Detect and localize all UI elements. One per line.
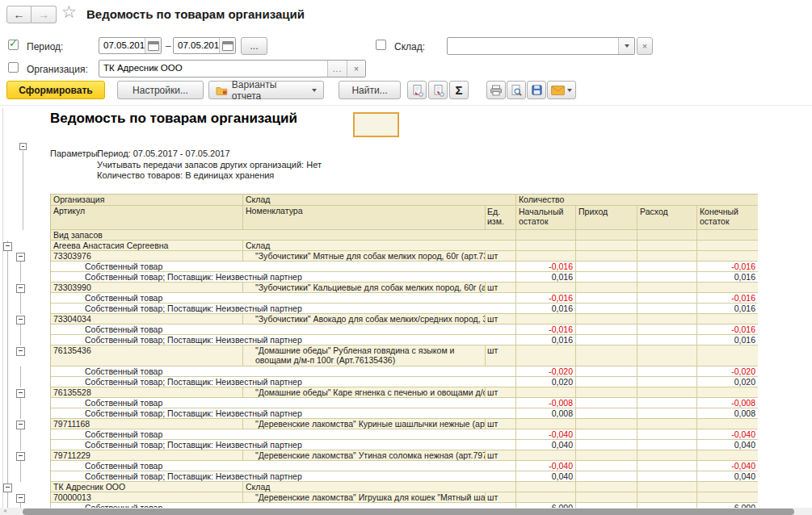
end-balance-cell: -0,016	[697, 262, 758, 272]
empty-qty-cell	[576, 241, 637, 251]
empty-qty-cell	[637, 251, 697, 262]
warehouse-checkbox[interactable]	[376, 40, 386, 50]
col-header-article: Артикул	[51, 206, 243, 230]
empty-qty-cell	[576, 314, 637, 324]
period-to-value[interactable]: 07.05.2017	[174, 38, 219, 53]
period-from-input[interactable]: 07.05.2017	[99, 37, 162, 54]
organization-value[interactable]: ТК Адресник ООО	[99, 61, 327, 77]
warehouse-dropdown-button[interactable]	[618, 38, 634, 54]
organization-input[interactable]: ТК Адресник ООО ... ×	[99, 60, 366, 77]
empty-qty-cell	[576, 283, 637, 293]
period-more-button[interactable]: ...	[241, 37, 267, 55]
warehouse-value[interactable]	[448, 38, 618, 54]
group-tree-margin	[0, 241, 50, 251]
income-cell	[576, 262, 637, 272]
row-cells: Собственный товар-0,040-0,040	[50, 429, 758, 440]
col-header-end-balance: Конечный остаток	[697, 206, 758, 230]
col-header-warehouse: Склад	[243, 194, 516, 206]
article-cell: 70000013	[51, 492, 243, 503]
calendar-picker-button[interactable]	[145, 38, 161, 53]
period-separator: –	[166, 40, 171, 52]
row-cells: ТК Адресник ОООСклад	[50, 482, 758, 492]
end-balance-cell: -0,016	[697, 293, 758, 304]
article-cell: 79711229	[51, 450, 243, 461]
group-tree-margin	[0, 251, 50, 262]
back-button[interactable]: ←	[6, 6, 32, 23]
group-tree-margin	[0, 230, 50, 241]
collapse-group-expander[interactable]	[3, 242, 12, 251]
col-header-nomenclature: Номенклатура	[243, 206, 486, 230]
print-button[interactable]	[486, 81, 506, 99]
period-to-input[interactable]: 07.05.2017	[173, 37, 236, 54]
start-balance-cell: 0,016	[516, 304, 576, 314]
scrollbar-thumb[interactable]	[23, 509, 794, 515]
document-expand-icon	[410, 84, 423, 97]
favorite-star-icon[interactable]: ☆	[61, 2, 77, 22]
generate-button[interactable]: Сформировать	[6, 81, 105, 99]
send-email-button[interactable]	[547, 81, 576, 99]
collapse-group-expander[interactable]	[16, 452, 25, 461]
empty-qty-cell	[576, 419, 637, 429]
period-checkbox[interactable]: ✓	[8, 40, 19, 50]
collapse-report-expander[interactable]	[19, 143, 27, 150]
expense-cell	[637, 293, 697, 304]
warehouse-cell: Склад	[243, 241, 516, 251]
row-cells: 73303976"Зубочистики" Мятные для собак м…	[50, 251, 758, 262]
settings-button[interactable]: Настройки...	[117, 81, 204, 99]
expense-cell	[637, 262, 697, 272]
folder-icon	[216, 86, 228, 95]
group-tree-margin	[0, 387, 50, 398]
collapse-group-expander[interactable]	[16, 316, 25, 324]
empty-qty-cell	[516, 251, 576, 262]
organization-clear-button[interactable]: ×	[347, 61, 365, 77]
warehouse-label: Склад:	[394, 41, 425, 52]
calendar-picker-button[interactable]	[219, 38, 235, 53]
income-cell	[576, 335, 637, 345]
row-cells: Собственный товар; Поставщик: Неизвестны…	[50, 272, 758, 283]
collapse-group-expander[interactable]	[16, 284, 25, 293]
income-cell	[576, 324, 637, 335]
table-row-sub: Собственный товар-0,040-0,040	[0, 461, 758, 471]
collapse-group-expander[interactable]	[16, 494, 25, 503]
printer-icon	[490, 84, 503, 97]
warehouse-clear-button[interactable]: ×	[637, 37, 653, 55]
sum-button[interactable]: Σ	[449, 81, 469, 99]
end-balance-cell: -0,020	[697, 366, 758, 377]
selected-cell-box[interactable]	[353, 112, 399, 137]
period-from-value[interactable]: 07.05.2017	[99, 38, 145, 53]
collapse-groups-button[interactable]	[428, 81, 448, 99]
row-cells: Агеева Анастасия СергеевнаСклад	[50, 241, 758, 251]
organization-select-button[interactable]: ...	[327, 61, 347, 77]
start-balance-cell: -0,020	[516, 366, 576, 377]
forward-button[interactable]: →	[32, 6, 57, 23]
warehouse-combo[interactable]	[447, 37, 635, 55]
group-tree-margin	[0, 314, 50, 324]
scroll-left-arrow-icon[interactable]	[3, 509, 6, 513]
collapse-group-expander[interactable]	[16, 389, 25, 398]
collapse-group-expander[interactable]	[16, 421, 25, 429]
group-tree-margin	[0, 482, 50, 492]
table-header-row-1: Организация Склад Количество	[0, 194, 758, 206]
collapse-group-expander[interactable]	[16, 347, 25, 356]
expense-cell	[637, 272, 697, 283]
table-row-sub: Собственный товар; Поставщик: Неизвестны…	[0, 272, 758, 283]
save-button[interactable]	[527, 81, 546, 99]
collapse-group-expander[interactable]	[3, 484, 12, 492]
income-cell	[576, 408, 637, 419]
print-preview-button[interactable]	[507, 81, 526, 99]
collapse-group-expander[interactable]	[16, 253, 25, 262]
horizontal-scrollbar[interactable]	[0, 508, 812, 515]
income-cell	[576, 272, 637, 283]
empty-qty-cell	[697, 482, 758, 492]
organization-checkbox[interactable]	[8, 62, 19, 73]
expand-groups-button[interactable]	[407, 81, 427, 99]
header-cells: Организация Склад Количество	[50, 194, 758, 206]
empty-qty-cell	[576, 251, 637, 262]
group-tree-margin	[0, 450, 50, 461]
group-tree-margin	[0, 471, 50, 482]
report-title: Ведомость по товарам организаций	[50, 111, 297, 127]
report-variants-button[interactable]: Варианты отчета	[208, 81, 324, 99]
empty-qty-cell	[637, 283, 697, 293]
stock-detail-cell: Собственный товар; Поставщик: Неизвестны…	[51, 440, 516, 450]
find-button[interactable]: Найти...	[339, 81, 401, 99]
